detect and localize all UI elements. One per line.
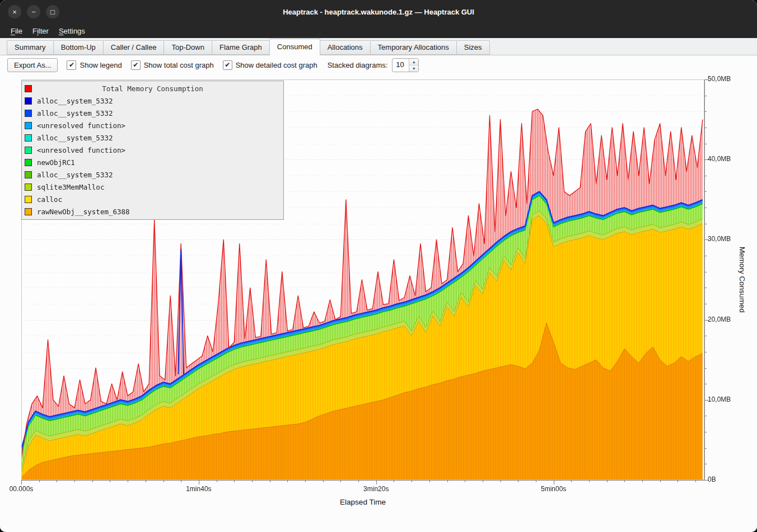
legend-item: calloc <box>22 193 283 205</box>
legend-label: alloc__system_5332 <box>37 109 113 117</box>
x-tick-label: 3min20s <box>363 485 389 493</box>
spin-down-button[interactable]: ▾ <box>409 65 418 72</box>
legend-label: alloc__system_5332 <box>37 171 113 179</box>
tab-allocations[interactable]: Allocations <box>320 40 371 55</box>
y-tick-label: 30,0MB <box>708 235 731 243</box>
y-tick-label: 40,0MB <box>708 155 731 163</box>
window-title: Heaptrack - heaptrack.wakunode.1.gz — He… <box>283 8 474 16</box>
legend-label: <unresolved function> <box>37 146 125 154</box>
y-tick-label: 20,0MB <box>708 316 731 323</box>
legend-swatch <box>25 183 32 191</box>
legend-item: alloc__system_5332 <box>22 95 283 107</box>
legend-label: alloc__system_5332 <box>37 97 113 105</box>
legend-item: sqlite3MemMalloc <box>22 181 283 193</box>
legend-label: rawNewObj__system_6388 <box>37 208 130 216</box>
checkbox-show-legend-label: Show legend <box>80 61 122 69</box>
legend-swatch <box>25 171 32 178</box>
legend-swatch <box>25 147 32 154</box>
chart-area: Total Memory Consumption alloc__system_5… <box>0 74 757 532</box>
legend-swatch <box>25 134 32 142</box>
checkbox-show-total-cost-graph[interactable]: ✔Show total cost graph <box>131 60 214 70</box>
y-tick-label: 10,0MB <box>708 396 731 403</box>
x-tick-label: 1min40s <box>186 485 211 493</box>
checkbox-show-detailed-cost-graph[interactable]: ✔Show detailed cost graph <box>223 60 317 70</box>
x-axis-title: Elapsed Time <box>340 498 386 506</box>
legend-item: alloc__system_5332 <box>22 107 283 119</box>
menu-settings[interactable]: Settings <box>54 25 90 37</box>
legend-swatch <box>25 97 32 105</box>
legend-rows: alloc__system_5332alloc__system_5332<unr… <box>22 95 283 218</box>
maximize-button[interactable]: □ <box>46 5 59 18</box>
chart-legend: Total Memory Consumption alloc__system_5… <box>21 81 284 220</box>
tab-temporary-allocations[interactable]: Temporary Allocations <box>370 40 457 55</box>
checkbox-show-detailed-cost-graph-box: ✔ <box>223 60 232 70</box>
close-button[interactable]: × <box>8 5 21 18</box>
legend-title: Total Memory Consumption <box>37 84 268 93</box>
legend-label: sqlite3MemMalloc <box>37 183 104 191</box>
checkbox-show-legend[interactable]: ✔Show legend <box>67 60 122 70</box>
menu-filter[interactable]: Filter <box>27 25 54 37</box>
spin-up-button[interactable]: ▴ <box>409 59 418 65</box>
stacked-diagrams-spinbox[interactable]: 10 ▴ ▾ <box>392 58 419 72</box>
legend-label: newObjRC1 <box>37 158 75 167</box>
checkbox-show-total-cost-graph-label: Show total cost graph <box>144 61 214 69</box>
titlebar[interactable]: ×−□ Heaptrack - heaptrack.wakunode.1.gz … <box>0 0 757 23</box>
tab-top-down[interactable]: Top-Down <box>163 40 212 55</box>
legend-swatch <box>25 110 32 117</box>
y-tick-label: 0B <box>708 475 716 483</box>
stacked-diagrams-label: Stacked diagrams: <box>328 61 388 69</box>
checkbox-show-detailed-cost-graph-label: Show detailed cost graph <box>236 61 317 69</box>
legend-item: alloc__system_5332 <box>22 168 283 181</box>
legend-title-swatch <box>25 85 32 92</box>
tab-summary[interactable]: Summary <box>7 40 54 55</box>
export-as-button[interactable]: Export As... <box>7 58 58 72</box>
legend-swatch <box>25 159 32 166</box>
menu-file[interactable]: File <box>6 25 27 37</box>
legend-item: rawNewObj__system_6388 <box>22 205 283 218</box>
x-tick-label: 00.000s <box>10 485 34 493</box>
spinbox-buttons: ▴ ▾ <box>409 59 418 72</box>
tab-consumed[interactable]: Consumed <box>269 39 320 55</box>
minimize-button[interactable]: − <box>27 5 40 18</box>
legend-label: alloc__system_5332 <box>37 134 113 142</box>
checkbox-show-total-cost-graph-box: ✔ <box>131 60 141 70</box>
tab-flame-graph[interactable]: Flame Graph <box>212 40 270 55</box>
checkbox-show-legend-box: ✔ <box>67 60 76 70</box>
legend-item: newObjRC1 <box>22 156 283 168</box>
legend-swatch <box>25 208 32 215</box>
legend-swatch <box>25 122 32 129</box>
legend-item: <unresolved function> <box>22 119 283 131</box>
tab-sizes[interactable]: Sizes <box>456 40 490 55</box>
x-tick-label: 5min00s <box>541 485 566 493</box>
legend-label: calloc <box>37 195 62 204</box>
window-controls: ×−□ <box>8 0 59 23</box>
legend-swatch <box>25 196 32 203</box>
legend-item: alloc__system_5332 <box>22 131 283 144</box>
toolbar: Export As... ✔Show legend✔Show total cos… <box>0 55 757 74</box>
tab-caller-callee[interactable]: Caller / Callee <box>103 40 165 55</box>
legend-title-row: Total Memory Consumption <box>22 82 283 95</box>
y-axis-title: Memory Consumed <box>738 247 746 313</box>
legend-item: <unresolved function> <box>22 144 283 156</box>
heaptrack-window: ×−□ Heaptrack - heaptrack.wakunode.1.gz … <box>0 0 757 532</box>
tab-bottom-up[interactable]: Bottom-Up <box>53 40 104 55</box>
spinbox-value[interactable]: 10 <box>392 59 409 72</box>
tab-bar: SummaryBottom-UpCaller / CalleeTop-DownF… <box>0 38 757 55</box>
legend-label: <unresolved function> <box>37 121 125 130</box>
y-tick-label: 50,0MB <box>708 75 731 83</box>
menubar: FileFilterSettings <box>0 23 757 38</box>
